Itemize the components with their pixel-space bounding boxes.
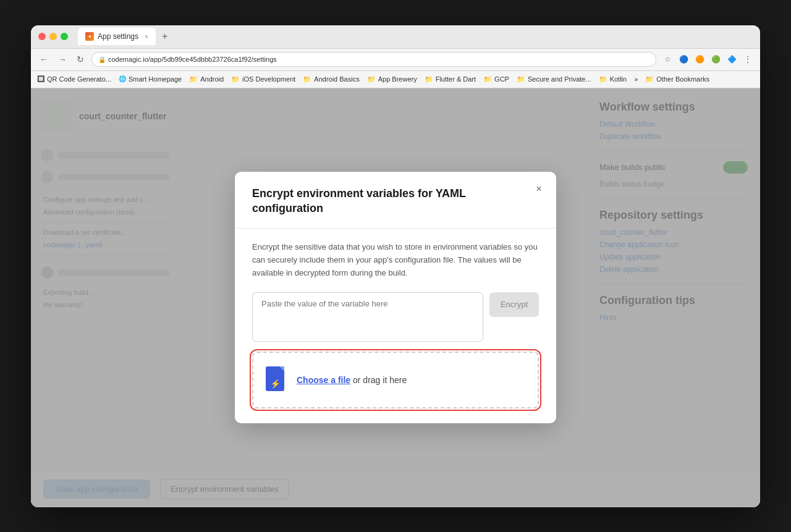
address-field[interactable]: 🔒 codemagic.io/app/5db99ce45dbbb23726ca1…: [91, 52, 656, 67]
bookmark-gcp[interactable]: 📁 GCP: [483, 75, 509, 83]
choose-file-label[interactable]: Choose a file: [297, 375, 350, 385]
bookmark-secure-label: Secure and Private...: [528, 75, 591, 83]
modal-description: Encrypt the sensitive data that you wish…: [252, 241, 539, 279]
bookmark-homepage-label: Smart Homepage: [129, 75, 182, 83]
bookmark-qr-label: QR Code Generato...: [47, 75, 111, 83]
extension-btn-4[interactable]: 🔷: [725, 53, 738, 65]
bookmark-flutter-icon: 📁: [425, 75, 433, 83]
bookmark-homepage[interactable]: 🌐 Smart Homepage: [119, 75, 182, 83]
bookmark-kotlin-icon: 📁: [599, 75, 607, 83]
bookmark-android-basics[interactable]: 📁 Android Basics: [303, 75, 359, 83]
bookmark-homepage-icon: 🌐: [119, 75, 126, 83]
extension-btn-3[interactable]: 🟢: [709, 53, 722, 65]
bookmark-other-label: Other Bookmarks: [656, 75, 709, 83]
traffic-lights: [38, 33, 68, 40]
address-actions: ☆ 🔵 🟠 🟢 🔷 ⋮: [661, 53, 754, 65]
bookmark-gcp-label: GCP: [494, 75, 509, 83]
modal-title: Encrypt environment variables for YAML c…: [252, 187, 539, 216]
bookmark-other[interactable]: 📁 Other Bookmarks: [645, 75, 709, 83]
bookmarks-bar: 🔲 QR Code Generato... 🌐 Smart Homepage 📁…: [31, 71, 760, 88]
nav-forward-btn[interactable]: →: [56, 54, 69, 64]
tab-bar: ✦ App settings × +: [78, 28, 753, 45]
file-upload-area[interactable]: ⚡ Choose a file or drag it here: [252, 352, 539, 408]
bookmark-kotlin[interactable]: 📁 Kotlin: [599, 75, 627, 83]
variable-input[interactable]: [252, 292, 483, 342]
tab-favicon: ✦: [85, 32, 94, 41]
bookmark-android-basics-label: Android Basics: [314, 75, 359, 83]
bookmark-other-icon: 📁: [645, 75, 654, 83]
encrypt-modal: Encrypt environment variables for YAML c…: [235, 172, 556, 423]
encrypt-btn[interactable]: Encrypt: [489, 292, 539, 317]
extension-btn-2[interactable]: 🟠: [693, 53, 706, 65]
bookmark-secure-icon: 📁: [517, 75, 525, 83]
address-bar: ← → ↻ 🔒 codemagic.io/app/5db99ce45dbbb23…: [31, 49, 760, 71]
lock-icon: 🔒: [98, 56, 106, 63]
bookmark-kotlin-label: Kotlin: [610, 75, 627, 83]
main-content: court_counter_flutter Configure app sett…: [31, 88, 760, 507]
bookmark-ios-icon: 📁: [231, 75, 240, 83]
file-upload-icon: ⚡: [266, 366, 288, 394]
bookmark-android-basics-icon: 📁: [303, 75, 311, 83]
bookmark-qr-icon: 🔲: [37, 75, 44, 83]
bookmark-secure[interactable]: 📁 Secure and Private...: [517, 75, 591, 83]
bookmark-ios-label: iOS Development: [242, 75, 295, 83]
modal-body: Encrypt the sensitive data that you wish…: [235, 229, 556, 423]
active-tab[interactable]: ✦ App settings ×: [78, 28, 156, 45]
new-tab-btn[interactable]: +: [158, 31, 171, 42]
modal-header: Encrypt environment variables for YAML c…: [235, 172, 556, 229]
input-row: Encrypt: [252, 292, 539, 342]
bookmark-flutter-label: Flutter & Dart: [436, 75, 476, 83]
title-bar: ✦ App settings × +: [31, 25, 760, 49]
bookmark-android[interactable]: 📁 Android: [189, 75, 224, 83]
extension-btn-1[interactable]: 🔵: [677, 53, 690, 65]
bookmark-gcp-icon: 📁: [483, 75, 492, 83]
url-text: codemagic.io/app/5db99ce45dbbb23726ca1f9…: [108, 56, 277, 63]
bookmark-brewery[interactable]: 📁 App Brewery: [367, 75, 417, 83]
browser-window: ✦ App settings × + ← → ↻ 🔒 codemagic.io/…: [31, 25, 760, 507]
nav-refresh-btn[interactable]: ↻: [74, 54, 87, 64]
bookmark-star-btn[interactable]: ☆: [661, 53, 674, 65]
drag-here-label: or drag it here: [350, 375, 407, 385]
close-traffic-light[interactable]: [38, 33, 46, 40]
bookmark-more-label: »: [634, 75, 638, 83]
more-btn[interactable]: ⋮: [742, 53, 754, 65]
modal-overlay[interactable]: Encrypt environment variables for YAML c…: [31, 88, 760, 507]
bookmark-android-label: Android: [200, 75, 224, 83]
file-icon-lightning: ⚡: [270, 379, 281, 389]
bookmark-more[interactable]: »: [634, 75, 638, 83]
maximize-traffic-light[interactable]: [61, 33, 68, 40]
bookmark-flutter[interactable]: 📁 Flutter & Dart: [425, 75, 476, 83]
bookmark-android-icon: 📁: [189, 75, 198, 83]
tab-title: App settings: [98, 32, 138, 41]
tab-close-btn[interactable]: ×: [145, 33, 148, 40]
modal-close-btn[interactable]: ×: [531, 182, 546, 196]
bookmark-brewery-icon: 📁: [367, 75, 376, 83]
nav-back-btn[interactable]: ←: [37, 54, 51, 64]
bookmark-brewery-label: App Brewery: [378, 75, 417, 83]
file-upload-text: Choose a file or drag it here: [297, 375, 407, 385]
minimize-traffic-light[interactable]: [49, 33, 57, 40]
bookmark-qr[interactable]: 🔲 QR Code Generato...: [37, 75, 111, 83]
bookmark-ios[interactable]: 📁 iOS Development: [231, 75, 295, 83]
